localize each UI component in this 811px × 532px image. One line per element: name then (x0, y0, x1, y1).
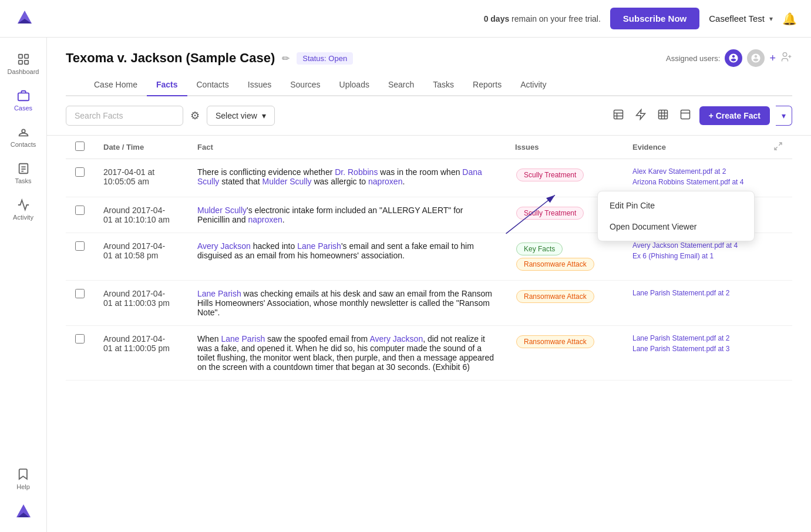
row1-date: 2017-04-01 at10:05:05 am (94, 159, 188, 197)
sidebar-label-activity: Activity (13, 214, 33, 221)
tab-sources[interactable]: Sources (281, 74, 329, 96)
select-all-checkbox[interactable] (75, 142, 85, 151)
case-header: Texoma v. Jackson (Sample Case) ✏ Status… (47, 38, 811, 96)
sidebar-item-tasks[interactable]: Tasks (4, 156, 43, 190)
row1-expand (764, 159, 792, 197)
link-avery-jackson-2[interactable]: Avery Jackson (369, 334, 423, 344)
tab-tasks[interactable]: Tasks (423, 74, 463, 96)
tab-uploads[interactable]: Uploads (330, 74, 379, 96)
evidence-link-5[interactable]: Ex 6 (Phishing Email) at 1 (632, 252, 755, 260)
tag-ransomware-attack-3[interactable]: Ransomware Attack (516, 335, 594, 348)
col-header-evidence: Evidence (623, 136, 764, 159)
svg-rect-4 (18, 93, 28, 100)
sidebar-item-dashboard[interactable]: Dashboard (4, 47, 43, 81)
evidence-link-8[interactable]: Lane Parish Statement.pdf at 3 (632, 345, 755, 353)
chart-icon[interactable] (655, 106, 671, 126)
row1-check[interactable] (66, 159, 94, 197)
facts-table-wrapper: Date / Time Fact Issues Evidence 2017-04… (47, 136, 811, 381)
avatar-user1[interactable] (725, 49, 742, 67)
link-naproxen-2[interactable]: naproxen (248, 215, 282, 224)
tab-issues[interactable]: Issues (238, 74, 281, 96)
tab-contacts[interactable]: Contacts (187, 74, 238, 96)
row3-check[interactable] (66, 233, 94, 281)
sidebar-item-cases[interactable]: Cases (4, 83, 43, 117)
link-mulder-scully[interactable]: Mulder Scully (263, 177, 312, 186)
context-menu-edit-pin[interactable]: Edit Pin Cite (598, 195, 754, 216)
tag-ransomware-attack-2[interactable]: Ransomware Attack (516, 290, 594, 303)
link-lane-parish-3[interactable]: Lane Parish (221, 334, 265, 344)
row3-date: Around 2017-04-01 at 10:58 pm (94, 233, 188, 281)
sidebar-item-help[interactable]: Help (16, 467, 30, 490)
svg-rect-0 (18, 55, 22, 58)
evidence-link-6[interactable]: Lane Parish Statement.pdf at 2 (632, 289, 755, 297)
row2-date: Around 2017-04-01 at 10:10:10 am (94, 197, 188, 233)
tab-facts[interactable]: Facts (147, 74, 187, 96)
sidebar-item-activity[interactable]: Activity (4, 193, 43, 227)
tag-ransomware-attack-1[interactable]: Ransomware Attack (516, 258, 594, 271)
app-layout: Dashboard Cases Contacts Task (0, 38, 811, 532)
row3-fact: Avery Jackson hacked into Lane Parish's … (188, 233, 506, 281)
briefcase-icon (17, 89, 30, 102)
svg-rect-2 (18, 60, 22, 64)
link-naproxen[interactable]: naproxen (368, 177, 402, 186)
row4-date: Around 2017-04-01 at 11:00:03 pm (94, 281, 188, 326)
filter-icon[interactable]: ⚙ (190, 109, 200, 122)
row5-check[interactable] (66, 326, 94, 381)
edit-case-icon[interactable]: ✏ (282, 53, 290, 64)
table-row: Around 2017-04-01 at 11:00:03 pm Lane Pa… (66, 281, 792, 326)
link-dr-robbins[interactable]: Dr. Robbins (335, 167, 378, 177)
evidence-link-2[interactable]: Arizona Robbins Statement.pdf at 4 (632, 178, 755, 186)
logo (14, 7, 35, 30)
table-header-row: Date / Time Fact Issues Evidence (66, 136, 792, 159)
tag-scully-treatment[interactable]: Scully Treatment (516, 169, 584, 181)
row2-check[interactable] (66, 197, 94, 233)
row5-fact: When Lane Parish saw the spoofed email f… (188, 326, 506, 381)
tab-reports[interactable]: Reports (463, 74, 511, 96)
link-avery-jackson[interactable]: Avery Jackson (197, 241, 251, 251)
sidebar-item-contacts[interactable]: Contacts (4, 120, 43, 154)
tag-key-facts[interactable]: Key Facts (516, 243, 563, 255)
add-user-button[interactable]: + (769, 52, 776, 65)
row1-fact: There is conflicting evidence whether Dr… (188, 159, 506, 197)
link-lane-parish[interactable]: Lane Parish (297, 241, 341, 251)
select-view-button[interactable]: Select view ▾ (207, 106, 275, 126)
tasks-icon (17, 162, 30, 175)
bookmark-icon (16, 467, 30, 481)
sidebar-bottom-logo (13, 500, 34, 523)
tag-scully-treatment-2[interactable]: Scully Treatment (516, 207, 584, 220)
col-header-date: Date / Time (94, 136, 188, 159)
avatar-user2[interactable] (747, 49, 765, 67)
sidebar-label-dashboard: Dashboard (8, 68, 39, 75)
create-fact-dropdown-button[interactable]: ▾ (776, 106, 792, 126)
facts-table: Date / Time Fact Issues Evidence 2017-04… (66, 136, 792, 381)
context-menu-open-viewer[interactable]: Open Document Viewer (598, 216, 754, 237)
col-header-issues: Issues (506, 136, 623, 159)
notification-bell-icon[interactable]: 🔔 (782, 12, 797, 26)
user-menu[interactable]: Casefleet Test ▾ (709, 14, 773, 23)
subscribe-button[interactable]: Subscribe Now (610, 8, 699, 29)
case-title: Texoma v. Jackson (Sample Case) (66, 50, 275, 66)
link-lane-parish-2[interactable]: Lane Parish (197, 289, 241, 298)
flash-icon[interactable] (632, 106, 649, 126)
evidence-link-1[interactable]: Alex Karev Statement.pdf at 2 (632, 167, 755, 176)
layout-icon[interactable] (677, 106, 694, 126)
col-header-fact: Fact (188, 136, 506, 159)
row4-check[interactable] (66, 281, 94, 326)
tab-search[interactable]: Search (379, 74, 423, 96)
evidence-link-4[interactable]: Avery Jackson Statement.pdf at 4 (632, 241, 755, 250)
tab-activity[interactable]: Activity (511, 74, 556, 96)
row3-expand (764, 233, 792, 281)
svg-rect-19 (658, 110, 667, 119)
context-menu: Edit Pin Cite Open Document Viewer (597, 191, 755, 241)
search-input[interactable] (66, 106, 183, 126)
grid-icon (17, 53, 30, 66)
tab-case-home[interactable]: Case Home (85, 74, 147, 96)
table-view-icon[interactable] (610, 106, 627, 126)
col-header-check (66, 136, 94, 159)
manage-users-icon[interactable] (780, 51, 792, 66)
evidence-link-7[interactable]: Lane Parish Statement.pdf at 2 (632, 334, 755, 342)
row5-issues: Ransomware Attack (506, 326, 623, 381)
create-fact-button[interactable]: + Create Fact (699, 106, 770, 125)
link-mulder-scully-2[interactable]: Mulder Scully (197, 206, 247, 215)
topbar: 0 days remain on your free trial. Subscr… (0, 0, 811, 38)
